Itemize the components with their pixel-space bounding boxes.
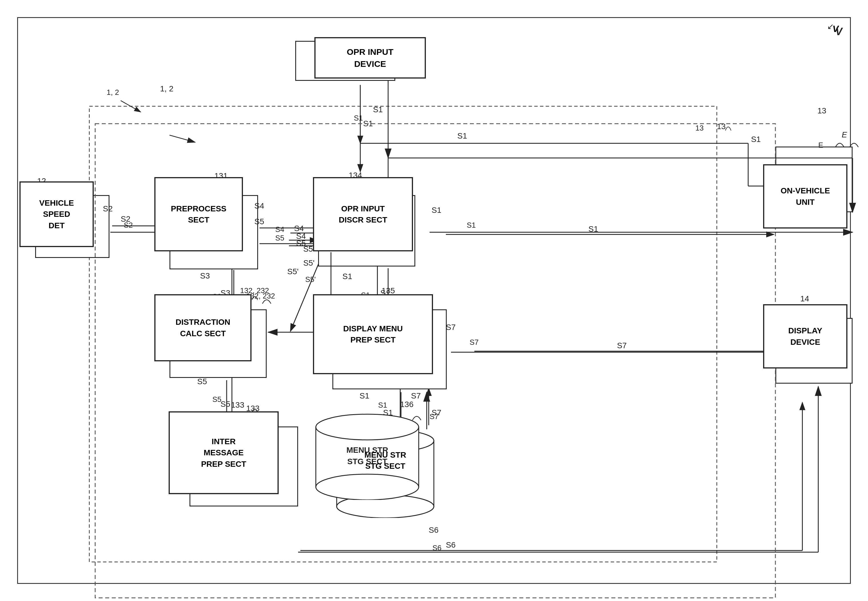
s7-label-menu-up: S7 (411, 391, 421, 400)
s1-label-menu-down: S1 (359, 391, 369, 400)
svg-text:S5: S5 (303, 244, 313, 253)
ref-label-1-2: 1, 2 (107, 88, 119, 97)
sig-s7-down: S7 (429, 412, 439, 421)
s7-label-right: S7 (446, 323, 455, 332)
s1-label-discr-right: S1 (432, 206, 441, 215)
sig-s6: S6 (432, 544, 442, 552)
sig-s1-top: S1 (354, 114, 363, 122)
vehicle-speed-det: VEHICLESPEEDDET (20, 182, 94, 247)
svg-text:S6: S6 (446, 540, 455, 549)
s6-label: S6 (429, 526, 439, 535)
opr-input-discr-sect: OPR INPUTDISCR SECT (313, 177, 413, 252)
s5-label-pre: S5 (254, 217, 264, 226)
s5p-label: S5' (287, 267, 299, 276)
svg-line-3 (121, 101, 141, 112)
s1-label-discr-down: S1 (342, 272, 352, 281)
svg-text:S5: S5 (296, 239, 306, 248)
inter-message-prep-sect: INTERMESSAGEPREP SECT (169, 411, 279, 494)
ref-e-pos: E (842, 130, 847, 139)
opr-input-device: OPR INPUTDEVICE (315, 37, 426, 79)
svg-text:S4: S4 (296, 232, 306, 241)
ref-1-2-pos: 1, 2 (160, 84, 173, 93)
s1-label-top-bus: S1 (457, 131, 467, 140)
ref-on-vehicle-unit: E (818, 141, 823, 149)
sig-s2: S2 (124, 221, 133, 230)
ref-132-232-pos: 132, 232 (240, 286, 269, 295)
preprocess-sect: PREPROCESSSECT (154, 177, 243, 252)
sig-s5p: S5' (305, 275, 316, 284)
svg-point-68 (316, 414, 419, 440)
s3-label: S3 (200, 272, 210, 281)
sig-s1-menu: S1 (378, 401, 387, 410)
v-arrow: ↙ (827, 22, 834, 31)
diagram-container: V 1, 2 S1 S1 13 (17, 17, 851, 584)
ref-13: 13 (695, 124, 704, 133)
on-vehicle-unit: ON-VEHICLEUNIT (763, 164, 847, 229)
s4-label: S4 (254, 201, 264, 211)
s2-label: S2 (103, 204, 113, 214)
sig-s4: S4 (275, 225, 284, 234)
svg-text:S1: S1 (751, 135, 761, 144)
svg-text:S5': S5' (303, 258, 315, 267)
svg-line-48 (170, 135, 195, 142)
sig-s5-upper: S5 (275, 233, 284, 243)
svg-text:S7: S7 (617, 341, 627, 350)
svg-text:13: 13 (717, 122, 726, 131)
ref-136-pos: 136 (400, 400, 414, 409)
s1-label-1: S1 (373, 105, 383, 114)
ref-133-pos: 133 (231, 400, 245, 410)
sig-s7-right: S7 (469, 338, 479, 347)
display-device: DISPLAYDEVICE (763, 304, 847, 369)
ref-14-pos: 14 (800, 294, 809, 304)
svg-text:S1: S1 (588, 224, 598, 233)
svg-text:S5: S5 (221, 400, 230, 409)
s5-label-calc-down: S5 (197, 377, 207, 386)
svg-text:S4: S4 (294, 224, 304, 233)
svg-point-69 (316, 474, 419, 500)
ref-13-pos: 13 (818, 106, 826, 115)
display-menu-prep-sect: DISPLAY MENUPREP SECT (313, 294, 433, 374)
distraction-calc-sect: DISTRACTIONCALC SECT (154, 294, 252, 362)
sig-s5-lower: S5 (212, 395, 222, 404)
svg-text:S1: S1 (363, 119, 373, 128)
sig-s1-right: S1 (467, 221, 476, 230)
v-corner-label: V (836, 26, 842, 38)
